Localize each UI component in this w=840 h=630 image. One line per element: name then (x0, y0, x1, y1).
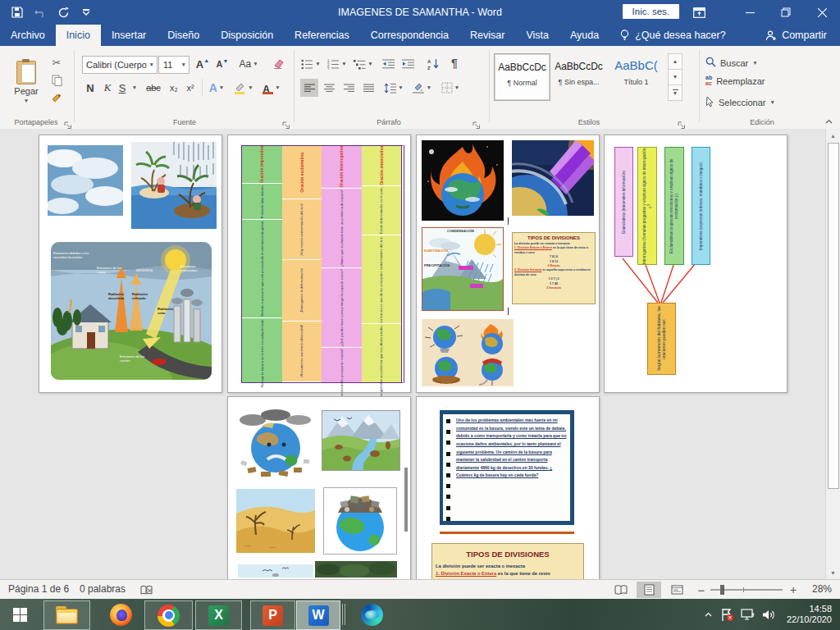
problem-notebook-frame[interactable]: Uno de los problemas ambientales más fue… (440, 410, 574, 525)
close-button[interactable] (804, 0, 840, 25)
forest-partial-image[interactable] (315, 561, 397, 578)
italic-button[interactable]: K (100, 79, 115, 97)
word-taskbar-icon[interactable]: W (296, 600, 340, 630)
scroll-down-icon[interactable]: ▼ (826, 566, 840, 579)
decrease-indent-icon[interactable] (379, 55, 397, 73)
align-center-button[interactable] (320, 79, 338, 97)
subscript-button[interactable]: x₂ (166, 79, 182, 97)
font-color-button[interactable]: A ▼ (259, 79, 284, 97)
align-right-button[interactable] (340, 79, 358, 97)
shrink-font-button[interactable]: A▼ (213, 55, 231, 73)
strikethrough-button[interactable]: abc (143, 79, 164, 97)
concept-box-root[interactable]: Según la intención del hablante, las ora… (647, 303, 676, 375)
select-button[interactable]: Seleccionar ▼ (705, 95, 775, 110)
four-earths-image[interactable] (422, 319, 514, 386)
earth-on-fire-image[interactable] (422, 140, 504, 221)
tab-ayuda[interactable]: Ayuda (559, 25, 609, 46)
copy-icon[interactable] (48, 72, 66, 89)
powerpoint-taskbar-icon[interactable]: P (250, 600, 295, 630)
tab-archivo[interactable]: Archivo (0, 25, 56, 46)
page-indicator[interactable]: Página 1 de 6 (8, 583, 69, 595)
divisions-panel-large[interactable]: TIPOS DE DIVISIONES La división puede se… (431, 543, 584, 579)
customize-quick-access-icon[interactable] (75, 0, 97, 25)
tray-security-flag-icon[interactable] (717, 608, 737, 622)
sort-icon[interactable]: AZ (423, 55, 443, 73)
vertical-scrollbar[interactable]: ▲ ▼ (825, 129, 840, 579)
sign-in-button[interactable]: Inic. ses. (623, 4, 679, 19)
font-name-combobox[interactable]: Calibri (Cuerpo ▼ (82, 56, 158, 74)
taskbar-clock[interactable]: 14:58 22/10/2020 (787, 604, 832, 625)
tab-referencias[interactable]: Referencias (284, 25, 360, 46)
increase-indent-icon[interactable] (399, 55, 417, 73)
numbering-button[interactable]: 123▼ (326, 55, 348, 73)
beach-birds-partial-image[interactable] (238, 564, 313, 578)
rain-cartoon-image[interactable] (131, 142, 217, 229)
style-no-spacing[interactable]: AaBbCcDc ¶ Sin espa... (551, 53, 606, 99)
doc-page-3[interactable]: CONDENSACIÓN EVAPORACIÓN PRECIPITACIÓN T… (416, 135, 600, 393)
restore-button[interactable] (768, 0, 804, 25)
earth-sunrays-image[interactable] (512, 140, 594, 216)
format-painter-icon[interactable] (48, 90, 66, 107)
zoom-slider-thumb[interactable] (720, 585, 724, 595)
share-button[interactable]: Compartir (755, 25, 840, 46)
superscript-button[interactable]: x² (182, 79, 199, 97)
justify-button[interactable] (359, 79, 377, 97)
read-mode-icon[interactable] (609, 582, 633, 598)
tab-diseno[interactable]: Diseño (157, 25, 210, 46)
bold-button[interactable]: N (82, 79, 98, 97)
paragraph-dialog-launcher-icon[interactable] (472, 118, 481, 126)
multilevel-list-button[interactable]: ▼ (353, 55, 374, 73)
document-canvas[interactable]: Emisiones debidas a los incendios forest… (0, 129, 840, 579)
print-layout-icon[interactable] (637, 582, 661, 598)
zoom-out-button[interactable]: − (694, 582, 709, 598)
styles-scroll-down-icon[interactable]: ▼ (668, 69, 682, 85)
align-left-button[interactable] (300, 79, 318, 97)
save-icon[interactable] (7, 0, 28, 25)
tray-show-hidden-icon[interactable] (701, 612, 717, 617)
find-button[interactable]: Buscar ▼ (705, 56, 758, 71)
highlight-button[interactable]: ▼ (231, 79, 256, 97)
water-cycle-image[interactable]: CONDENSACIÓN EVAPORACIÓN PRECIPITACIÓN (422, 227, 504, 311)
replace-button[interactable]: ab ac Reemplazar (705, 75, 765, 86)
clear-formatting-icon[interactable] (269, 55, 289, 73)
clipboard-dialog-launcher-icon[interactable] (64, 118, 72, 126)
concept-box-imperativas[interactable]: Imperativas (expresan órdenes, mandatos … (692, 147, 710, 265)
doc-page-2[interactable]: Oración imperativa Prohibido talar árbol… (227, 135, 411, 393)
doc-page-4[interactable]: Enunciativas (transmiten información) In… (604, 135, 788, 393)
change-case-button[interactable]: Aa▼ (236, 55, 261, 73)
scrollbar-thumb[interactable] (828, 143, 839, 489)
concept-box-exclamativas[interactable]: Exclamativas (expresan emociones y emple… (664, 147, 684, 265)
repeat-icon[interactable] (52, 0, 74, 25)
firefox-taskbar-icon[interactable] (100, 600, 141, 628)
font-dialog-launcher-icon[interactable] (282, 118, 290, 126)
collapse-ribbon-icon[interactable] (822, 116, 835, 127)
tell-me-box[interactable]: ¿Qué desea hacer? (609, 25, 737, 46)
tab-inicio[interactable]: Inicio (56, 25, 101, 46)
proofing-icon[interactable] (138, 582, 154, 598)
word-count[interactable]: 0 palabras (80, 583, 126, 595)
file-explorer-taskbar-icon[interactable] (43, 600, 90, 630)
edge-taskbar-icon[interactable] (351, 600, 392, 628)
excel-taskbar-icon[interactable]: X (195, 600, 242, 630)
web-layout-icon[interactable] (664, 582, 689, 598)
zoom-level[interactable]: 28% (812, 583, 832, 595)
ribbon-display-options-icon[interactable] (682, 0, 715, 25)
tab-insertar[interactable]: Insertar (101, 25, 157, 46)
underline-chevron-icon[interactable]: ▼ (130, 79, 139, 97)
line-spacing-button[interactable]: ▼ (382, 79, 405, 97)
doc-page-1[interactable]: Emisiones debidas a los incendios forest… (39, 135, 222, 393)
style-heading1[interactable]: AaBbC( Título 1 (609, 53, 664, 99)
borders-button[interactable]: ▼ (438, 79, 463, 97)
greenhouse-effect-diagram[interactable]: Emisiones debidas a los incendios forest… (51, 242, 212, 380)
tray-network-icon[interactable] (737, 608, 759, 621)
cut-icon[interactable]: ✂ (48, 54, 66, 71)
styles-dialog-launcher-icon[interactable] (678, 118, 686, 126)
sad-earth-image[interactable] (236, 409, 315, 481)
tray-volume-icon[interactable] (759, 609, 780, 621)
font-size-combobox[interactable]: 11 ▼ (158, 56, 189, 74)
tab-revisar[interactable]: Revisar (459, 25, 515, 46)
page-scroll-indicator[interactable] (404, 468, 408, 532)
garbage-earth-image[interactable] (323, 487, 397, 555)
concept-box-enunciativas[interactable]: Enunciativas (transmiten información) (614, 147, 633, 257)
tab-correspondencia[interactable]: Correspondencia (360, 25, 459, 46)
